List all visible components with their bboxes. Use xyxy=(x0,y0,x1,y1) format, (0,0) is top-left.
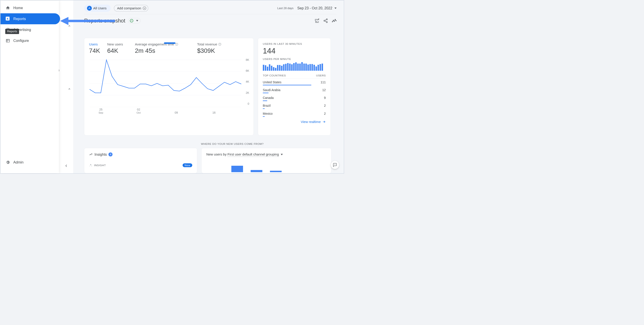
y-tick: 8K xyxy=(246,58,249,61)
insights-card: Insights 4 INSIGHT New xyxy=(84,148,197,173)
svg-point-9 xyxy=(335,19,336,20)
new-badge: New xyxy=(183,163,192,167)
customize-icon[interactable] xyxy=(315,18,319,23)
country-row: Mexico2 xyxy=(263,110,326,116)
metric-value: 64K xyxy=(107,47,123,54)
home-icon xyxy=(6,6,10,10)
nav-home[interactable]: Home xyxy=(0,2,59,13)
reports-tooltip: Reports xyxy=(5,29,19,34)
realtime-title: USERS IN LAST 30 MINUTES xyxy=(263,42,326,45)
metric-label: New users xyxy=(107,42,123,46)
secondary-collapse-top[interactable]: ⌄ xyxy=(68,24,71,29)
svg-point-8 xyxy=(334,21,334,21)
metric-value: 2m 45s xyxy=(135,47,178,54)
y-tick: 0 xyxy=(248,102,249,106)
users-chart-card: Users 74KNew users 64KAverage engagement… xyxy=(84,38,254,135)
annotation-arrow xyxy=(60,17,115,25)
secondary-back[interactable]: ‹ xyxy=(65,163,67,169)
plus-icon: + xyxy=(143,6,146,10)
add-comparison-button[interactable]: Add comparison + xyxy=(114,5,148,11)
view-realtime-label: View realtime xyxy=(301,120,321,124)
users-col-label: USERS xyxy=(316,74,326,77)
channels-card: New users by First user default channel … xyxy=(201,148,331,173)
insights-spark-icon[interactable] xyxy=(332,18,336,23)
secondary-collapse-mid[interactable]: ⌄ xyxy=(68,87,71,92)
view-realtime-link[interactable]: View realtime xyxy=(263,120,326,124)
channels-lead: New users xyxy=(206,152,222,156)
gear-icon xyxy=(6,160,10,164)
insights-count-badge: 4 xyxy=(108,152,112,156)
segment-pill[interactable]: A All Users xyxy=(84,5,110,12)
configure-icon xyxy=(6,38,10,43)
realtime-card: USERS IN LAST 30 MINUTES 144 USERS PER M… xyxy=(258,38,331,135)
per-minute-label: USERS PER MINUTE xyxy=(263,58,326,61)
date-range-prefix: Last 28 days xyxy=(277,6,294,10)
realtime-value: 144 xyxy=(263,46,326,55)
channels-dim: First user default channel grouping xyxy=(228,152,279,157)
country-row: Canada9 xyxy=(263,94,326,100)
segment-badge: A xyxy=(87,6,92,10)
y-tick: 6K xyxy=(246,69,249,72)
channels-bar-preview xyxy=(231,166,326,172)
country-row: Saudi Arabia12 xyxy=(263,87,326,93)
nav-label: Home xyxy=(14,6,23,10)
section-question: WHERE DO YOUR NEW USERS COME FROM? xyxy=(201,143,336,146)
status-chip[interactable]: ✓ xyxy=(128,18,141,24)
help-icon[interactable]: ? xyxy=(175,43,178,46)
main-sidebar: Home Reports Advertising Configure xyxy=(0,0,59,173)
x-tick: 25Sep xyxy=(97,108,105,114)
help-icon[interactable]: ? xyxy=(218,43,221,46)
nav-label: Configure xyxy=(14,39,29,43)
y-tick: 4K xyxy=(246,80,249,83)
svg-point-10 xyxy=(336,20,336,21)
metric-new-users[interactable]: New users 64K xyxy=(107,42,123,54)
chevron-down-icon xyxy=(281,154,283,155)
active-metric-indicator xyxy=(164,42,175,44)
metric-total-revenue[interactable]: Total revenue ?$309K xyxy=(197,42,221,54)
x-tick: 16 xyxy=(210,111,218,114)
nav-reports[interactable]: Reports xyxy=(0,13,60,24)
check-circle-icon: ✓ xyxy=(130,19,133,22)
svg-point-5 xyxy=(326,21,327,23)
svg-rect-2 xyxy=(6,39,9,42)
date-range-text: Sep 23 - Oct 20, 2022 xyxy=(297,6,332,10)
svg-point-7 xyxy=(333,20,334,21)
feedback-fab[interactable] xyxy=(331,161,339,169)
share-icon[interactable] xyxy=(323,18,328,23)
svg-point-6 xyxy=(332,21,333,22)
x-tick: 02Oct xyxy=(134,108,143,114)
metric-value: $309K xyxy=(197,47,221,54)
metric-label: Total revenue ? xyxy=(197,42,221,46)
country-row: United States111 xyxy=(263,79,326,85)
country-row: Brazil2 xyxy=(263,102,326,108)
x-tick: 09 xyxy=(172,111,180,114)
nav-admin[interactable]: Admin xyxy=(0,157,29,168)
arrow-right-icon xyxy=(322,120,326,123)
top-countries-label: TOP COUNTRIES xyxy=(263,74,286,77)
users-per-minute-sparkline xyxy=(263,62,326,71)
svg-point-4 xyxy=(324,20,325,21)
nav-configure[interactable]: Configure xyxy=(0,35,59,46)
y-tick: 2K xyxy=(246,91,249,94)
reports-icon xyxy=(6,17,10,21)
chevron-down-icon xyxy=(136,20,138,21)
metric-label: Users xyxy=(89,42,100,46)
nav-label: Admin xyxy=(14,160,24,164)
sparkle-icon xyxy=(89,164,92,167)
nav-label: Reports xyxy=(14,17,26,21)
date-range-picker[interactable]: Sep 23 - Oct 20, 2022 xyxy=(297,6,336,10)
insights-spark-icon xyxy=(89,153,93,156)
users-line-chart[interactable]: 8K6K4K2K0 25Sep02Oct0916 xyxy=(88,59,249,113)
channels-dimension-picker[interactable]: New users by First user default channel … xyxy=(206,152,326,156)
metric-average-engagement-time[interactable]: Average engagement time ?2m 45s xyxy=(135,42,178,54)
metric-value: 74K xyxy=(89,47,100,54)
svg-point-3 xyxy=(326,19,327,20)
insights-title: Insights xyxy=(94,152,107,156)
divider xyxy=(84,14,336,14)
segment-label: All Users xyxy=(93,6,108,10)
insight-sub-label: INSIGHT xyxy=(94,164,106,167)
add-comparison-label: Add comparison xyxy=(117,6,141,10)
chevron-down-icon xyxy=(334,7,337,9)
metric-users[interactable]: Users 74K xyxy=(89,42,100,54)
